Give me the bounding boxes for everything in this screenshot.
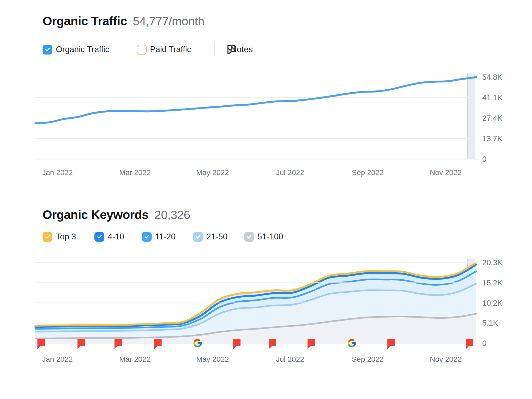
x-axis-tick: Mar 2022 bbox=[119, 168, 151, 177]
red-note-flag-icon[interactable] bbox=[307, 339, 315, 349]
checkmark-icon bbox=[246, 234, 252, 240]
organic-keywords-value: 20,326 bbox=[154, 208, 190, 222]
legend-4-10[interactable]: 4-10 bbox=[94, 231, 124, 242]
legend-label: 4-10 bbox=[108, 232, 124, 242]
x-axis-tick: Jul 2022 bbox=[276, 168, 304, 177]
red-note-flag-icon[interactable] bbox=[466, 339, 473, 349]
y-axis-tick: 20.3K bbox=[482, 258, 502, 267]
red-note-flag-icon[interactable] bbox=[115, 339, 122, 349]
y-axis-tick: 54.8K bbox=[482, 73, 502, 81]
organic-keywords-chart[interactable]: 20.3K15.2K10.2K5.1K0Jan 2022Mar 2022May … bbox=[32, 252, 505, 379]
organic-traffic-header: Organic Traffic54,777/month bbox=[43, 14, 204, 28]
organic-traffic-title: Organic Traffic bbox=[43, 14, 127, 28]
x-axis-tick: Jan 2022 bbox=[42, 168, 73, 177]
google-icon[interactable] bbox=[346, 338, 358, 349]
red-note-flag-icon[interactable] bbox=[154, 339, 162, 349]
organic-traffic-checkbox[interactable] bbox=[43, 45, 52, 55]
legend-top-3[interactable]: Top 3 bbox=[43, 231, 76, 242]
legend-label: Paid Traffic bbox=[150, 45, 191, 54]
organic-traffic-line[interactable] bbox=[35, 77, 476, 123]
organic-keywords-header: Organic Keywords20,326 bbox=[43, 207, 190, 222]
y-axis-tick: 41.1K bbox=[482, 93, 502, 102]
y-axis-tick: 15.2K bbox=[482, 279, 502, 287]
y-axis-tick: 10.2K bbox=[482, 299, 502, 307]
legend-label: Top 3 bbox=[56, 232, 76, 242]
paid-traffic-checkbox[interactable] bbox=[137, 45, 147, 55]
y-axis-tick: 0 bbox=[482, 155, 487, 163]
red-note-flag-icon[interactable] bbox=[38, 339, 45, 349]
x-axis-tick: Sep 2022 bbox=[352, 168, 384, 177]
legend-paid-traffic[interactable]: Paid Traffic bbox=[137, 44, 191, 55]
checkmark-icon bbox=[45, 47, 51, 52]
legend-organic-traffic[interactable]: Organic Traffic bbox=[43, 44, 109, 55]
organic-traffic-value: 54,777/month bbox=[133, 14, 204, 28]
red-note-flag-icon[interactable] bbox=[269, 339, 276, 349]
4-10-checkbox[interactable] bbox=[94, 232, 104, 242]
notes-button[interactable]: Notes bbox=[227, 43, 257, 55]
legend-divider bbox=[214, 42, 215, 56]
y-axis-tick: 13.7K bbox=[482, 134, 502, 143]
red-note-flag-icon[interactable] bbox=[233, 339, 240, 349]
legend-21-50[interactable]: 21-50 bbox=[193, 231, 227, 242]
red-note-flag-icon[interactable] bbox=[77, 339, 85, 349]
x-axis-tick: May 2022 bbox=[196, 355, 229, 363]
organic-keywords-title: Organic Keywords bbox=[43, 208, 148, 222]
google-icon[interactable] bbox=[192, 338, 203, 349]
legend-label: Organic Traffic bbox=[56, 45, 109, 54]
chevron-down-icon bbox=[227, 47, 233, 51]
organic-traffic-chart[interactable]: 54.8K41.1K27.4K13.7K0Jan 2022Mar 2022May… bbox=[32, 59, 505, 184]
red-note-flag-icon[interactable] bbox=[387, 339, 395, 349]
x-axis-tick: Jan 2022 bbox=[42, 355, 73, 363]
legend-label: 51-100 bbox=[257, 232, 283, 242]
legend-51-100[interactable]: 51-100 bbox=[244, 231, 283, 242]
y-axis-tick: 27.4K bbox=[482, 114, 502, 122]
x-axis-tick: Sep 2022 bbox=[352, 355, 384, 363]
checkmark-icon bbox=[45, 234, 51, 240]
checkmark-icon bbox=[97, 234, 102, 240]
x-axis-tick: Jul 2022 bbox=[276, 355, 304, 363]
x-axis-tick: May 2022 bbox=[196, 168, 229, 177]
legend-11-20[interactable]: 11-20 bbox=[142, 231, 176, 242]
x-axis-tick: Mar 2022 bbox=[119, 355, 151, 363]
checkmark-icon bbox=[195, 234, 201, 240]
top-3-checkbox[interactable] bbox=[43, 232, 52, 242]
legend-label: 21-50 bbox=[206, 232, 227, 242]
current-period-highlight bbox=[467, 73, 475, 159]
11-20-checkbox[interactable] bbox=[142, 232, 152, 242]
x-axis-tick: Nov 2022 bbox=[430, 168, 462, 177]
y-axis-tick: 5.1K bbox=[482, 319, 498, 327]
51-100-checkbox[interactable] bbox=[244, 232, 254, 242]
legend-label: 11-20 bbox=[155, 232, 176, 242]
x-axis-tick: Nov 2022 bbox=[430, 355, 462, 363]
21-50-checkbox[interactable] bbox=[193, 232, 203, 242]
checkmark-icon bbox=[144, 234, 150, 240]
y-axis-tick: 0 bbox=[482, 339, 487, 347]
